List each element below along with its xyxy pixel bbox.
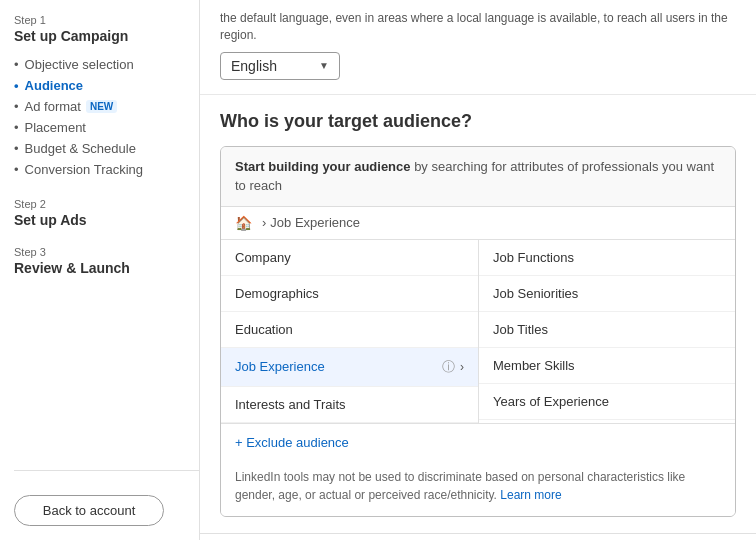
sidebar-item-ad-format[interactable]: Ad format NEW <box>14 96 199 117</box>
category-member-skills-label: Member Skills <box>493 358 575 373</box>
breadcrumb: 🏠 › Job Experience <box>221 207 735 240</box>
category-col-left: Company Demographics Education Job Exper… <box>221 240 478 423</box>
category-job-experience[interactable]: Job Experience ⓘ › <box>221 348 478 387</box>
sidebar-item-conversion[interactable]: Conversion Tracking <box>14 159 199 180</box>
sidebar-item-label-audience: Audience <box>25 78 84 93</box>
sidebar-item-objective[interactable]: Objective selection <box>14 54 199 75</box>
info-icon: ⓘ <box>442 358 455 376</box>
disclaimer-content: LinkedIn tools may not be used to discri… <box>235 470 685 502</box>
category-company-label: Company <box>235 250 291 265</box>
category-years-experience-label: Years of Experience <box>493 394 609 409</box>
exclude-audience-link[interactable]: + Exclude audience <box>235 435 349 450</box>
sidebar-item-label-objective: Objective selection <box>25 57 134 72</box>
category-job-seniorities[interactable]: Job Seniorities <box>479 276 735 312</box>
chevron-down-icon: ▼ <box>319 60 329 71</box>
breadcrumb-separator: › <box>262 215 266 230</box>
exclude-audience-bar: + Exclude audience <box>221 423 735 460</box>
new-badge: NEW <box>86 100 117 113</box>
category-demographics[interactable]: Demographics <box>221 276 478 312</box>
category-company[interactable]: Company <box>221 240 478 276</box>
sidebar: Step 1 Set up Campaign Objective selecti… <box>0 0 200 540</box>
category-education-label: Education <box>235 322 293 337</box>
disclaimer-text: LinkedIn tools may not be used to discri… <box>221 460 735 516</box>
language-bar: the default language, even in areas wher… <box>200 0 756 95</box>
step3-title: Review & Launch <box>14 260 199 276</box>
category-grid: Company Demographics Education Job Exper… <box>221 240 735 423</box>
language-select[interactable]: English ▼ <box>220 52 340 80</box>
sidebar-item-label-budget: Budget & Schedule <box>25 141 136 156</box>
step2-title: Set up Ads <box>14 212 199 228</box>
sidebar-item-audience[interactable]: Audience <box>14 75 199 96</box>
main-content: the default language, even in areas wher… <box>200 0 756 540</box>
sidebar-item-label-conversion: Conversion Tracking <box>25 162 144 177</box>
category-interests[interactable]: Interests and Traits <box>221 387 478 423</box>
category-job-titles-label: Job Titles <box>493 322 548 337</box>
sidebar-item-budget[interactable]: Budget & Schedule <box>14 138 199 159</box>
audience-header-bold: Start building your audience <box>235 159 411 174</box>
breadcrumb-label: Job Experience <box>270 215 360 230</box>
category-member-skills[interactable]: Member Skills <box>479 348 735 384</box>
category-education[interactable]: Education <box>221 312 478 348</box>
step1-title: Set up Campaign <box>14 28 199 44</box>
category-col-right: Job Functions Job Seniorities Job Titles… <box>478 240 735 420</box>
bottom-bar: ✓ Enable Audience Expansion ⓘ View audie… <box>200 533 756 540</box>
category-years-experience[interactable]: Years of Experience <box>479 384 735 420</box>
back-to-account-button[interactable]: Back to account <box>14 495 164 526</box>
category-demographics-label: Demographics <box>235 286 319 301</box>
sidebar-item-label-placement: Placement <box>25 120 86 135</box>
step3-label: Step 3 <box>14 246 199 258</box>
audience-section: Who is your target audience? Start build… <box>200 95 756 533</box>
category-job-experience-label: Job Experience <box>235 359 325 374</box>
language-value: English <box>231 58 277 74</box>
audience-builder-card: Start building your audience by searchin… <box>220 146 736 517</box>
chevron-right-icon: › <box>460 360 464 374</box>
home-icon[interactable]: 🏠 <box>235 215 252 231</box>
category-interests-label: Interests and Traits <box>235 397 346 412</box>
sidebar-item-label-ad-format: Ad format <box>25 99 81 114</box>
audience-card-header: Start building your audience by searchin… <box>221 147 735 207</box>
category-job-seniorities-label: Job Seniorities <box>493 286 578 301</box>
step2-label: Step 2 <box>14 198 199 210</box>
learn-more-link[interactable]: Learn more <box>500 488 561 502</box>
section-title: Who is your target audience? <box>220 111 736 132</box>
sidebar-item-placement[interactable]: Placement <box>14 117 199 138</box>
category-job-titles[interactable]: Job Titles <box>479 312 735 348</box>
lang-note: the default language, even in areas wher… <box>220 10 736 44</box>
category-job-functions-label: Job Functions <box>493 250 574 265</box>
category-job-functions[interactable]: Job Functions <box>479 240 735 276</box>
step1-label: Step 1 <box>14 14 199 26</box>
